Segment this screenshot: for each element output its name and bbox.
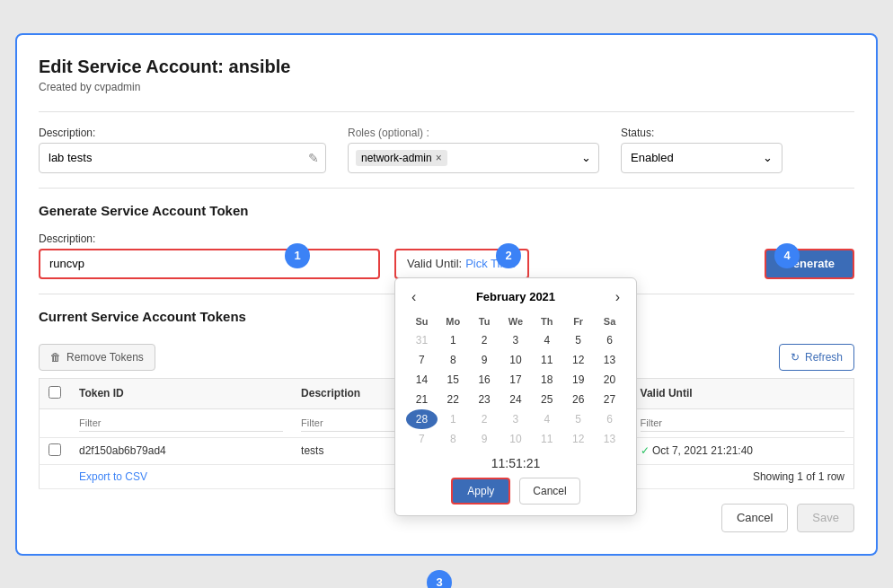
calendar-day[interactable]: 11 [531,429,562,449]
calendar-day[interactable]: 7 [406,350,438,370]
tokens-section-title: Current Service Account Tokens [39,309,246,324]
status-label: Status: [621,127,782,139]
roles-group: Roles (optional) : network-admin × ⌄ [348,127,599,173]
calendar-day[interactable]: 5 [562,330,594,350]
calendar-week-0: 31123456 [406,330,625,350]
filter-token-id[interactable] [79,415,283,432]
status-value: Enabled [631,151,674,164]
filter-valid-until[interactable] [641,415,844,432]
valid-until-label: Valid Until: [407,257,462,270]
calendar-day[interactable]: 4 [531,330,562,350]
calendar-day[interactable]: 5 [562,409,594,429]
calendar-cancel-button[interactable]: Cancel [519,478,579,505]
remove-tokens-button[interactable]: 🗑 Remove Tokens [39,344,155,371]
footer-save-button[interactable]: Save [797,504,854,532]
calendar-day[interactable]: 24 [500,390,532,409]
calendar-day[interactable]: 9 [469,429,500,449]
calendar-day[interactable]: 16 [469,370,500,390]
divider-1 [39,111,854,112]
calendar-day[interactable]: 23 [469,390,500,409]
export-to-csv-link[interactable]: Export to CSV [79,470,147,483]
calendar-day[interactable]: 4 [531,409,562,429]
col-token-id: Token ID [70,378,292,408]
calendar-header: ‹ February 2021 › [406,289,625,305]
calendar-day[interactable]: 31 [406,330,438,350]
cell-valid-until-value: Oct 7, 2021 21:21:40 [652,444,753,457]
calendar-grid: Su Mo Tu We Th Fr Sa 3112345678910111213… [406,312,625,449]
calendar-day[interactable]: 13 [594,429,625,449]
calendar-days-header: Su Mo Tu We Th Fr Sa [406,312,625,330]
description-group: Description: ✎ [39,127,326,173]
calendar-day[interactable]: 26 [562,390,594,409]
calendar-day[interactable]: 10 [500,429,532,449]
generate-section-title: Generate Service Account Token [39,203,854,218]
calendar-day[interactable]: 10 [500,350,532,370]
cell-valid-until: ✓ Oct 7, 2021 21:21:40 [632,437,854,464]
day-th: Th [531,312,562,330]
row-checkbox[interactable] [49,443,61,456]
divider-2 [39,188,854,189]
badge-2: 2 [496,243,521,268]
showing-text: Showing 1 of 1 row [632,464,854,488]
token-description-label: Description: [39,233,380,245]
calendar-day[interactable]: 12 [562,350,594,370]
calendar-day[interactable]: 1 [438,409,469,429]
calendar-day[interactable]: 11 [531,350,562,370]
calendar-day[interactable]: 3 [500,330,532,350]
calendar-day[interactable]: 20 [594,370,625,390]
modal-title: Edit Service Account: ansible [39,57,854,77]
status-select[interactable]: Enabled ⌄ [621,143,782,173]
calendar-day[interactable]: 9 [469,350,500,370]
calendar-day[interactable]: 7 [406,429,438,449]
roles-tag: network-admin × [356,150,447,166]
calendar-apply-button[interactable]: Apply [451,478,510,505]
token-description-input[interactable] [39,249,380,279]
roles-chevron-icon: ⌄ [581,151,591,164]
calendar-day[interactable]: 19 [562,370,594,390]
day-sa: Sa [594,312,625,330]
col-valid-until: Valid Until [632,378,854,408]
token-description-group: Description: [39,233,380,279]
calendar-day[interactable]: 27 [594,390,625,409]
calendar-day[interactable]: 2 [469,409,500,429]
calendar-day[interactable]: 28 [406,409,438,429]
modal-subtitle: Created by cvpadmin [39,81,854,93]
refresh-button[interactable]: ↻ Refresh [779,344,854,371]
calendar-day[interactable]: 18 [531,370,562,390]
roles-tag-remove[interactable]: × [436,152,442,164]
calendar-week-4: 28123456 [406,409,625,429]
calendar-day[interactable]: 8 [438,429,469,449]
calendar-day[interactable]: 13 [594,350,625,370]
calendar-month-year: February 2021 [476,290,555,303]
calendar-day[interactable]: 21 [406,390,438,409]
calendar-popup: ‹ February 2021 › Su Mo Tu We Th Fr Sa 3… [394,277,637,516]
calendar-day[interactable]: 12 [562,429,594,449]
header-checkbox[interactable] [49,386,61,399]
calendar-day[interactable]: 6 [594,409,625,429]
calendar-next-button[interactable]: › [610,289,625,305]
calendar-day[interactable]: 22 [438,390,469,409]
calendar-day[interactable]: 8 [438,350,469,370]
refresh-icon: ↻ [791,351,800,364]
calendar-day[interactable]: 14 [406,370,438,390]
calendar-day[interactable]: 25 [531,390,562,409]
calendar-day[interactable]: 17 [500,370,532,390]
day-tu: Tu [469,312,500,330]
calendar-day[interactable]: 1 [438,330,469,350]
description-input[interactable] [39,143,326,173]
header-checkbox-cell [40,378,71,408]
badge-4: 4 [774,243,800,268]
calendar-week-5: 78910111213 [406,429,625,449]
status-group: Status: Enabled ⌄ [621,127,782,173]
refresh-label: Refresh [805,351,843,364]
calendar-day[interactable]: 6 [594,330,625,350]
badge-3: 3 [427,570,452,589]
calendar-day[interactable]: 3 [500,409,532,429]
roles-select[interactable]: network-admin × ⌄ [348,143,599,173]
token-form-row: Description: Valid Until: Pick Time Gene… [39,229,854,279]
calendar-prev-button[interactable]: ‹ [406,289,421,305]
day-we: We [500,312,532,330]
calendar-day[interactable]: 15 [438,370,469,390]
calendar-day[interactable]: 2 [469,330,500,350]
footer-cancel-button[interactable]: Cancel [721,504,788,532]
